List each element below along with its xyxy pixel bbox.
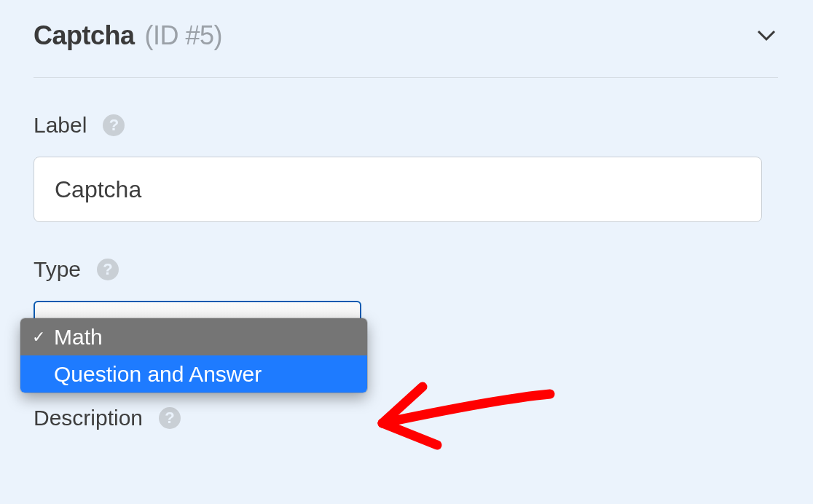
option-label: Math (54, 325, 103, 350)
option-label: Question and Answer (54, 362, 262, 387)
help-icon[interactable]: ? (159, 407, 181, 429)
chevron-down-icon[interactable] (755, 24, 778, 47)
type-option-math[interactable]: ✓ Math (20, 318, 367, 355)
description-field-block: Description ? (34, 406, 778, 430)
type-option-question-and-answer[interactable]: Question and Answer (20, 355, 367, 393)
field-settings-panel: Captcha (ID #5) Label ? Type ? ✓ Math (0, 0, 813, 430)
panel-header[interactable]: Captcha (ID #5) (34, 20, 778, 78)
type-field-header: Type ? (34, 257, 778, 282)
label-input[interactable] (34, 157, 762, 222)
description-field-label: Description (34, 406, 143, 430)
field-name: Captcha (34, 20, 135, 51)
label-field-block: Label ? (34, 113, 778, 222)
type-dropdown: ✓ Math Question and Answer (20, 318, 367, 393)
check-icon: ✓ (31, 328, 47, 347)
type-select-wrap: ✓ Math Question and Answer (34, 301, 361, 344)
help-icon[interactable]: ? (103, 114, 125, 136)
type-field-block: Type ? ✓ Math Question and Answer (34, 257, 778, 344)
description-field-header: Description ? (34, 406, 778, 430)
panel-title: Captcha (ID #5) (34, 20, 222, 51)
help-icon[interactable]: ? (97, 259, 119, 280)
label-field-header: Label ? (34, 113, 778, 138)
label-field-label: Label (34, 113, 87, 138)
type-field-label: Type (34, 257, 81, 282)
field-id: (ID #5) (145, 20, 223, 51)
